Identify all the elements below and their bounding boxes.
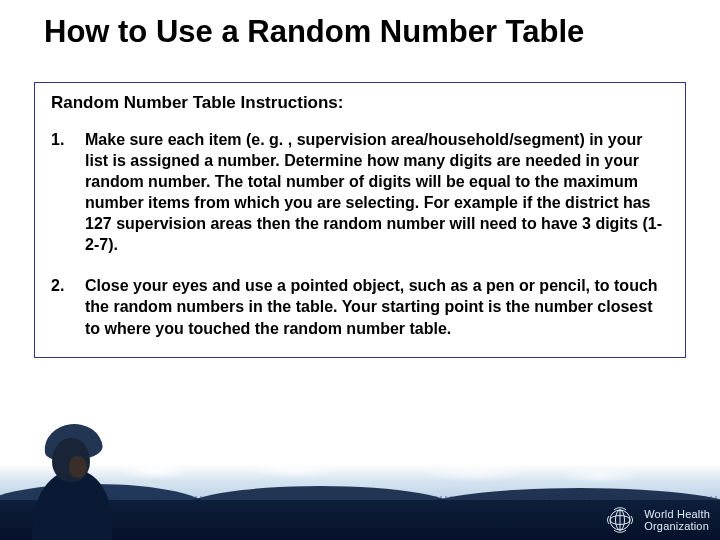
person-silhouette [22,420,122,540]
svg-point-2 [616,510,625,530]
list-item: 2. Close your eyes and use a pointed obj… [51,275,669,338]
instructions-box: Random Number Table Instructions: 1. Mak… [34,82,686,358]
page-title: How to Use a Random Number Table [0,0,720,60]
item-text: Make sure each item (e. g. , supervision… [85,129,669,256]
footer-illustration: World Health Organization [0,436,720,540]
ground-band [0,500,720,540]
cloud-icon [560,466,640,484]
item-number: 2. [51,275,85,338]
cloud-icon [120,462,190,480]
slide: How to Use a Random Number Table Random … [0,0,720,540]
figure-head [52,438,90,482]
hill-shape [0,484,210,510]
cloud-icon [420,462,530,482]
list-item: 1. Make sure each item (e. g. , supervis… [51,129,669,256]
grass-line [0,496,720,504]
who-text: World Health Organization [644,508,710,532]
figure-face [69,456,87,478]
svg-point-1 [610,516,630,525]
cloud-icon [250,462,340,478]
instructions-heading: Random Number Table Instructions: [51,93,669,113]
figure-body [32,470,112,540]
figure-headwrap [42,421,103,463]
hill-shape [180,486,460,510]
item-number: 1. [51,129,85,256]
who-line1: World Health [644,508,710,520]
item-text: Close your eyes and use a pointed object… [85,275,669,338]
who-logo-icon [604,504,636,536]
svg-point-0 [610,510,630,530]
instructions-list: 1. Make sure each item (e. g. , supervis… [51,129,669,339]
who-line2: Organization [644,520,709,532]
who-credit: World Health Organization [604,504,710,536]
hill-shape [420,488,720,510]
sky-gradient [0,464,720,508]
